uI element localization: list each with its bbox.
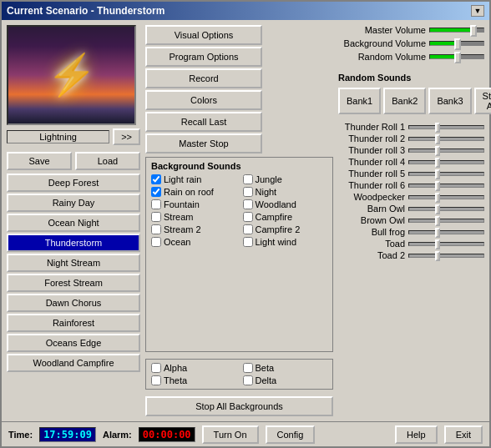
random-sound-row: Toad <box>338 239 484 249</box>
master-volume-row: Master Volume <box>338 25 484 35</box>
bg-sound-item: Fountain <box>151 199 236 209</box>
wave-checkbox-delta[interactable] <box>243 375 253 385</box>
master-volume-slider[interactable] <box>429 28 484 33</box>
bg-sound-checkbox-fountain[interactable] <box>151 199 161 209</box>
random-sound-slider-toad[interactable] <box>408 242 484 246</box>
bg-sound-label: Night <box>256 187 277 197</box>
bg-sound-checkbox-rain-on-roof[interactable] <box>151 187 161 197</box>
wave-label: Alpha <box>164 363 187 373</box>
random-volume-label: Random Volume <box>338 52 426 62</box>
scenario-item-rainforest[interactable]: Rainforest <box>7 314 140 332</box>
bg-sound-label: Woodland <box>256 199 296 209</box>
scenario-item-oceans-edge[interactable]: Oceans Edge <box>7 334 140 352</box>
bg-sound-checkbox-light-rain[interactable] <box>151 174 161 184</box>
visual-options-button[interactable]: Visual Options <box>145 25 262 45</box>
background-volume-row: Background Volume <box>338 38 484 48</box>
random-sound-slider-toad-2[interactable] <box>408 254 484 258</box>
config-button[interactable]: Config <box>266 425 316 444</box>
stop-all-random-button[interactable]: Stop All <box>474 88 491 114</box>
exit-button[interactable]: Exit <box>444 425 483 444</box>
bottom-bar: Time: 17:59:09 Alarm: 00:00:00 Turn On C… <box>2 421 489 446</box>
bg-sound-item: Ocean <box>151 237 236 247</box>
preview-label: Lightning <box>7 130 109 143</box>
stop-all-backgrounds-button[interactable]: Stop All Backgrounds <box>145 396 333 416</box>
wave-checkbox-alpha[interactable] <box>151 363 161 373</box>
bg-sound-checkbox-jungle[interactable] <box>243 174 253 184</box>
save-load-row: Save Load <box>7 152 140 170</box>
random-sound-name: Thunder roll 3 <box>338 145 405 155</box>
background-volume-slider[interactable] <box>429 41 484 46</box>
bg-sound-checkbox-stream[interactable] <box>151 212 161 222</box>
alarm-label: Alarm: <box>103 430 132 440</box>
master-stop-button[interactable]: Master Stop <box>145 133 262 154</box>
minimize-button[interactable]: ▼ <box>471 5 484 17</box>
top-buttons: Visual Options Program Options Record Co… <box>145 25 262 154</box>
wave-grid: AlphaBetaThetaDelta <box>151 363 327 385</box>
random-sound-name: Thunder roll 2 <box>338 133 405 143</box>
scenario-item-woodland-campfire[interactable]: Woodland Campfire <box>7 354 140 372</box>
bg-sound-item: Jungle <box>243 174 328 184</box>
preview-box: ⚡ <box>7 25 136 125</box>
load-button[interactable]: Load <box>75 152 140 170</box>
random-sound-slider-brown-owl[interactable] <box>408 219 484 223</box>
scenario-item-night-stream[interactable]: Night Stream <box>7 254 140 272</box>
bank1-button[interactable]: Bank1 <box>338 88 381 114</box>
scenario-item-ocean-night[interactable]: Ocean Night <box>7 214 140 232</box>
bg-sound-checkbox-night[interactable] <box>243 187 253 197</box>
bank2-button[interactable]: Bank2 <box>383 88 426 114</box>
save-button[interactable]: Save <box>7 152 72 170</box>
random-sound-row: Thunder roll 2 <box>338 133 484 143</box>
bg-sound-label: Stream 2 <box>164 224 201 234</box>
random-sound-slider-thunder-roll-4[interactable] <box>408 160 484 164</box>
random-sound-slider-woodpecker[interactable] <box>408 195 484 199</box>
random-sound-slider-thunder-roll-3[interactable] <box>408 148 484 153</box>
preview-label-row: Lightning >> <box>7 128 140 145</box>
random-volume-slider[interactable] <box>429 54 484 59</box>
random-sound-name: Toad <box>338 239 405 249</box>
bg-sound-checkbox-campfire[interactable] <box>243 212 253 222</box>
random-sound-row: Thunder roll 3 <box>338 145 484 155</box>
bg-sound-checkbox-woodland[interactable] <box>243 199 253 209</box>
middle-top-row: Visual Options Program Options Record Co… <box>145 25 333 154</box>
random-sound-slider-thunder-roll-6[interactable] <box>408 184 484 188</box>
wave-checkbox-theta[interactable] <box>151 375 161 385</box>
bg-sound-checkbox-campfire-2[interactable] <box>243 224 253 234</box>
random-sound-row: Thunder roll 6 <box>338 180 484 190</box>
bg-sound-item: Rain on roof <box>151 187 236 197</box>
bg-sound-label: Fountain <box>164 199 200 209</box>
random-sound-name: Thunder Roll 1 <box>338 122 405 132</box>
scenario-item-forest-stream[interactable]: Forest Stream <box>7 274 140 292</box>
scenario-item-dawn-chorus[interactable]: Dawn Chorus <box>7 294 140 312</box>
random-sound-name: Thunder roll 5 <box>338 169 405 179</box>
colors-button[interactable]: Colors <box>145 90 262 110</box>
random-sound-slider-thunder-roll-2[interactable] <box>408 137 484 141</box>
random-sound-slider-bull-frog[interactable] <box>408 230 484 234</box>
record-button[interactable]: Record <box>145 68 262 88</box>
random-sound-slider-thunder-roll-5[interactable] <box>408 172 484 176</box>
scenario-item-thunderstorm[interactable]: Thunderstorm <box>7 234 140 252</box>
bank3-button[interactable]: Bank3 <box>428 88 471 114</box>
background-sounds-group: Background Sounds Light rainJungleRain o… <box>145 157 333 352</box>
random-volume-row: Random Volume <box>338 52 484 62</box>
scenario-item-rainy-day[interactable]: Rainy Day <box>7 194 140 212</box>
recall-last-button[interactable]: Recall Last <box>145 112 262 132</box>
middle-panel: Visual Options Program Options Record Co… <box>145 25 333 416</box>
nav-next-button[interactable]: >> <box>113 128 140 145</box>
bg-sound-checkbox-ocean[interactable] <box>151 237 161 247</box>
left-panel: ⚡ Lightning >> Save Load Deep ForestRain… <box>7 25 140 416</box>
random-sound-slider-thunder-roll-1[interactable] <box>408 125 484 129</box>
turn-on-button[interactable]: Turn On <box>202 425 259 444</box>
main-content: ⚡ Lightning >> Save Load Deep ForestRain… <box>2 20 489 421</box>
program-options-button[interactable]: Program Options <box>145 47 262 67</box>
help-button[interactable]: Help <box>395 425 438 444</box>
wave-checkbox-beta[interactable] <box>243 363 253 373</box>
time-label: Time: <box>8 430 33 440</box>
bg-sound-checkbox-light-wind[interactable] <box>243 237 253 247</box>
random-sound-slider-barn-owl[interactable] <box>408 207 484 211</box>
random-sound-name: Bull frog <box>338 227 405 237</box>
master-volume-label: Master Volume <box>338 25 426 35</box>
bank-row: Bank1 Bank2 Bank3 Stop All <box>338 88 484 114</box>
bg-sound-checkbox-stream-2[interactable] <box>151 224 161 234</box>
scenario-item-deep-forest[interactable]: Deep Forest <box>7 174 140 192</box>
volume-section: Master Volume Background Volume Random V… <box>338 25 484 65</box>
